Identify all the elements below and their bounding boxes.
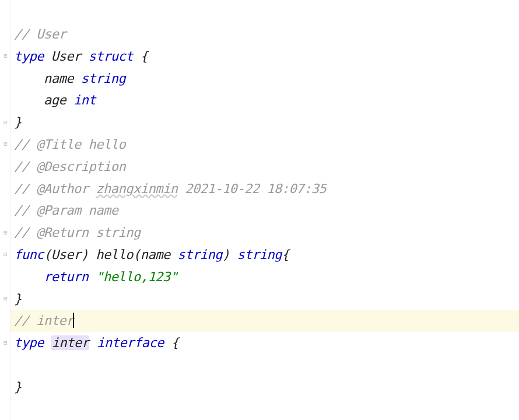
fold-toggle-icon[interactable]: ⊟ (2, 295, 9, 302)
token: } (14, 292, 22, 306)
token: string (237, 247, 281, 262)
token: // @Param name (14, 203, 118, 218)
text-caret (73, 313, 74, 328)
code-line[interactable]: return "hello,123" (14, 266, 519, 288)
token: // User (14, 27, 66, 41)
token: func (14, 247, 44, 262)
fold-toggle-icon[interactable]: ⊟ (2, 52, 9, 60)
token: { (171, 335, 179, 350)
code-line[interactable]: // @Description (14, 156, 519, 178)
fold-toggle-icon[interactable]: ⊟ (2, 251, 9, 258)
code-line[interactable]: // @Return string (14, 222, 519, 244)
fold-toggle-icon[interactable]: ⊟ (2, 229, 9, 236)
code-editor[interactable]: ⊟⊟⊟⊟⊟⊟⊟ // Usertype User struct { name s… (0, 0, 519, 420)
code-line[interactable]: // @Param name (14, 200, 519, 222)
code-line[interactable]: } (14, 288, 519, 310)
token: // @Author (14, 181, 96, 196)
code-line[interactable]: // @Title hello (14, 134, 519, 156)
token: int (73, 93, 96, 107)
token: { (141, 49, 148, 64)
token: inter (51, 335, 90, 350)
token: string (81, 71, 125, 86)
token (89, 335, 97, 350)
code-line[interactable]: func(User) hello(name string) string{ (14, 244, 519, 266)
token: "hello,123" (96, 270, 177, 284)
fold-toggle-icon[interactable]: ⊟ (2, 141, 9, 148)
code-line[interactable] (14, 354, 519, 376)
token: // @Title hello (14, 137, 125, 152)
code-line[interactable]: // inter (10, 310, 519, 332)
token: ( (133, 247, 141, 262)
token (14, 270, 44, 284)
token: // @Return string (14, 225, 141, 240)
fold-toggle-icon[interactable]: ⊟ (2, 339, 9, 346)
token: zhangxinmin (96, 181, 177, 196)
token: ) (81, 247, 96, 262)
token: { (282, 247, 289, 262)
token: ) (222, 247, 237, 262)
token: struct (88, 49, 140, 64)
code-line[interactable]: } (14, 376, 519, 398)
token: age (14, 93, 73, 107)
token: User (51, 49, 89, 64)
token: ( (44, 247, 51, 262)
fold-toggle-icon[interactable]: ⊟ (2, 118, 9, 125)
code-line[interactable]: type inter interface { (14, 332, 519, 354)
token: return (44, 270, 96, 284)
token: type (14, 335, 51, 350)
token: hello (96, 247, 133, 262)
token: } (14, 115, 22, 130)
token: User (51, 247, 81, 262)
code-line[interactable]: } (14, 111, 519, 134)
code-line[interactable]: // User (14, 23, 519, 46)
code-line[interactable]: name string (14, 68, 519, 90)
token: // inter (14, 313, 73, 328)
code-line[interactable]: // @Author zhangxinmin 2021-10-22 18:07:… (14, 178, 519, 200)
token: name (141, 247, 178, 262)
token: 2021-10-22 18:07:35 (177, 181, 326, 196)
token: } (14, 380, 22, 394)
code-line[interactable]: type User struct { (14, 46, 519, 68)
code-line[interactable]: age int (14, 89, 519, 111)
gutter: ⊟⊟⊟⊟⊟⊟⊟ (0, 0, 10, 420)
token: // @Description (14, 159, 125, 174)
token: type (14, 49, 51, 64)
token: string (177, 247, 222, 262)
token: interface (97, 335, 171, 350)
token: name (14, 71, 81, 86)
code-area[interactable]: // Usertype User struct { name string ag… (10, 0, 519, 420)
